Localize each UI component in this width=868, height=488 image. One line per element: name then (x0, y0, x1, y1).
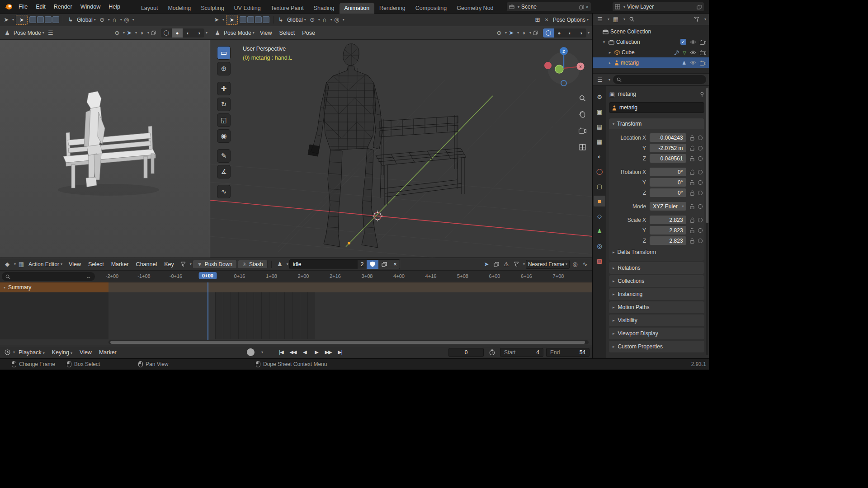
mirror-icon[interactable]: ⊞ (533, 15, 542, 24)
next-keyframe-button[interactable]: ▶▶ (323, 348, 334, 357)
disable-render-camera-icon[interactable] (700, 60, 706, 66)
animate-dot-icon[interactable] (698, 204, 703, 209)
disclosure-icon[interactable]: ▸ (607, 61, 613, 65)
workspace-tab-modeling[interactable]: Modeling (163, 3, 196, 14)
frame-end-field[interactable]: End54 (546, 348, 590, 357)
workspace-tab-rendering[interactable]: Rendering (374, 3, 410, 14)
gizmos-icon[interactable]: ➤ (125, 28, 134, 38)
viewport-menu-pose[interactable]: Pose (298, 30, 319, 36)
z-value-field[interactable]: 2.823 (650, 236, 686, 245)
new-scene-icon[interactable] (579, 5, 584, 9)
outliner-search-icon[interactable] (627, 15, 636, 24)
action-browse-icon[interactable]: ♟ (275, 260, 284, 269)
timeline-menu-marker[interactable]: Marker (95, 349, 120, 356)
right-viewport-canvas[interactable]: User Perspective (0) metarig : hand.L ▭⊕… (210, 40, 592, 258)
timeline-menu-playback[interactable]: Playback▾ (15, 349, 48, 356)
timeline-menu-keying[interactable]: Keying▾ (48, 349, 76, 356)
tool-cursor-icon[interactable]: ⊕ (217, 62, 231, 75)
properties-tab-output-icon[interactable]: ▤ (594, 121, 605, 132)
action-name-field[interactable]: idle (290, 260, 358, 269)
rendered-shading-icon[interactable]: ◑ (576, 28, 586, 38)
tool-rotate-icon[interactable]: ↻ (217, 98, 231, 111)
lock-icon[interactable] (689, 228, 697, 233)
animate-dot-icon[interactable] (698, 170, 703, 174)
properties-tab-tool-icon[interactable]: ⚙ (594, 91, 605, 102)
orthographic-toggle-icon[interactable] (577, 142, 587, 152)
tweak-tool-button[interactable]: ➤ (16, 15, 28, 25)
delete-scene-icon[interactable]: × (586, 4, 589, 9)
solid-shading-icon[interactable]: ● (554, 28, 565, 38)
new-action-icon[interactable] (378, 260, 390, 269)
wireframe-shading-icon[interactable]: ◯ (161, 28, 172, 38)
frame-start-field[interactable]: Start4 (500, 348, 543, 357)
workspace-tab-texture-paint[interactable]: Texture Paint (266, 3, 309, 14)
lock-icon[interactable] (689, 156, 697, 161)
properties-tab-object-icon[interactable]: ■ (594, 196, 605, 206)
outliner-editor-icon[interactable]: ☰ (595, 15, 604, 24)
menu-render[interactable]: Render (50, 4, 76, 10)
editor-type-icon[interactable]: ◆ (3, 260, 12, 269)
summary-keyframe-area[interactable] (108, 282, 592, 292)
only-errors-icon[interactable]: ⚠ (502, 260, 511, 269)
panel-visibility[interactable]: ▸Visibility (609, 314, 704, 326)
lock-icon[interactable] (689, 238, 697, 244)
tool-move-icon[interactable]: ✚ (217, 82, 231, 95)
solid-shading-icon[interactable]: ● (172, 28, 183, 38)
lock-icon[interactable] (689, 135, 697, 141)
transform-panel-header[interactable]: ▾ Transform (609, 118, 704, 129)
orientation-dropdown[interactable]: Global▾ (285, 17, 308, 23)
xray-icon[interactable] (531, 28, 540, 38)
xray-icon[interactable] (149, 28, 158, 38)
select-mode-icon[interactable] (240, 16, 246, 23)
auto-keying-record-icon[interactable] (247, 348, 255, 356)
hide-eye-icon[interactable] (690, 60, 696, 66)
lock-icon[interactable] (689, 190, 697, 196)
scene-name[interactable]: Scene (521, 4, 577, 10)
properties-tab-texture-icon[interactable]: ▩ (594, 255, 605, 266)
stash-button[interactable]: ✳Stash (238, 260, 268, 269)
gizmos-icon[interactable]: ➤ (507, 28, 516, 38)
animate-dot-icon[interactable] (698, 136, 703, 140)
material-shading-icon[interactable]: ◐ (183, 28, 193, 38)
workspace-tab-sculpting[interactable]: Sculpting (196, 3, 229, 14)
hide-eye-icon[interactable] (690, 49, 696, 56)
outliner-filter-icon[interactable] (692, 15, 701, 24)
panel-custom-properties[interactable]: ▸Custom Properties (609, 341, 704, 352)
summary-channel-row[interactable]: ▾Summary (0, 282, 592, 292)
mode-dropdown[interactable]: XYZ Euler▾ (650, 202, 686, 211)
view-layer-selector[interactable]: ▾ View Layer (612, 2, 704, 12)
disable-render-camera-icon[interactable] (700, 49, 706, 56)
material-shading-icon[interactable]: ◐ (565, 28, 576, 38)
select-mode-icon[interactable] (255, 16, 262, 23)
viewport-menu-view[interactable]: View (256, 30, 276, 36)
panel-motion-paths[interactable]: ▸Motion Paths (609, 301, 704, 313)
outliner-row-scene-collection[interactable]: Scene Collection (593, 26, 709, 37)
hamburger-menu-icon[interactable]: ☰ (46, 28, 55, 38)
select-mode-icon[interactable] (45, 16, 52, 23)
disclosure-icon[interactable]: ▾ (601, 40, 607, 44)
properties-scrollbar-thumb[interactable] (706, 88, 708, 223)
horizontal-scrollbar[interactable] (108, 340, 589, 344)
unlink-action-icon[interactable]: × (390, 260, 400, 269)
lock-icon[interactable] (689, 169, 697, 175)
snap-dropdown[interactable]: Nearest Frame▾ (526, 260, 570, 269)
object-name-field[interactable]: metarig (609, 102, 704, 113)
collection-checkbox[interactable]: ✓ (680, 39, 686, 45)
tool-annotate-icon[interactable]: ✎ (217, 149, 231, 163)
tool-transform-icon[interactable]: ◉ (217, 129, 231, 143)
lock-icon[interactable] (689, 204, 697, 209)
properties-editor-icon[interactable]: ☰ (595, 75, 604, 84)
properties-tab-render-icon[interactable]: ▣ (594, 106, 605, 117)
previous-keyframe-button[interactable]: ◀◀ (288, 348, 298, 357)
y-value-field[interactable]: -2.0752 m (650, 144, 686, 152)
animate-dot-icon[interactable] (698, 146, 703, 150)
expand-icon[interactable]: ↔ (86, 273, 91, 280)
breadcrumb-object-name[interactable]: metarig (618, 91, 636, 97)
show-hidden-icon[interactable] (492, 260, 501, 269)
select-mode-icon[interactable] (37, 16, 44, 23)
play-button[interactable]: ▶ (311, 348, 322, 357)
jump-to-start-button[interactable]: |◀ (276, 348, 287, 357)
properties-tab-physics-icon[interactable]: ◎ (594, 240, 605, 251)
dope-menu-channel[interactable]: Channel (132, 261, 161, 267)
overlays-icon[interactable]: ◑ (137, 28, 146, 38)
